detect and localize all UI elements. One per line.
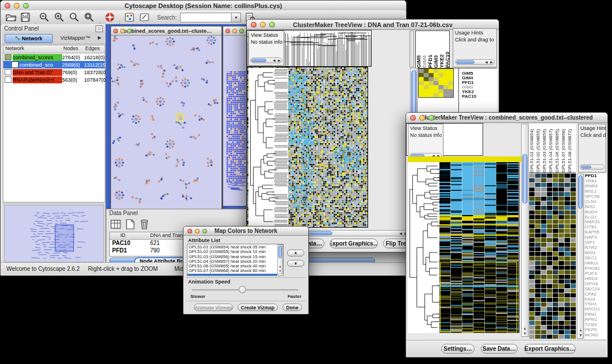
zoom-fit-icon[interactable] (83, 12, 95, 23)
create-vizmap-button[interactable]: Create Vizmap (238, 304, 278, 311)
dialog-titlebar[interactable]: Map Colors to Network (183, 227, 308, 236)
gene-label[interactable]: PFD1 (585, 174, 606, 179)
gene-label[interactable]: PEP5 (585, 328, 606, 333)
zoom-button[interactable] (239, 29, 244, 33)
zoom-heatmap-canvas[interactable] (419, 69, 453, 97)
attribute-list-item[interactable]: GPL51-03 (GSM856) heat shock 15 min (188, 255, 277, 259)
tab-vizmapper[interactable]: VizMapper™ (55, 34, 96, 42)
open-file-icon[interactable] (5, 12, 17, 23)
zoom-vscrollbar[interactable]: ▲▼ (577, 174, 584, 339)
move-up-button[interactable]: ∧ (287, 250, 304, 256)
attribute-list[interactable]: GPL51-01 (GSM854) heat shock 05 minGPL51… (187, 244, 284, 276)
attribute-list-vscrollbar[interactable]: ▲ ▼ (277, 244, 283, 274)
minimize-button[interactable] (419, 115, 425, 121)
gene-label[interactable]: MSL1 (585, 189, 606, 194)
overview-canvas[interactable] (5, 205, 102, 260)
gene-label[interactable]: YRA1 (585, 179, 606, 184)
minimize-button[interactable] (14, 3, 20, 9)
row-dendrogram-canvas[interactable] (248, 68, 288, 228)
attribute-list-item[interactable]: GPL51-04 (GSM857) heat shock 20 min (188, 259, 277, 264)
global-heatmap-canvas[interactable] (439, 162, 519, 333)
column-label[interactable]: GPL51-07 (GSM868) (561, 124, 567, 173)
zoom-button[interactable] (429, 115, 434, 121)
zoom-button[interactable] (23, 3, 29, 9)
export-graphics-button[interactable]: Export Graphics… (524, 344, 576, 354)
attribute-list-selected-row[interactable] (188, 274, 277, 275)
float-panel-icon[interactable]: ◱ (95, 25, 103, 32)
close-button[interactable] (188, 229, 192, 233)
close-button[interactable] (251, 22, 257, 28)
gene-label[interactable]: GPI16 (585, 282, 606, 287)
animation-speed-slider-thumb[interactable] (239, 286, 246, 293)
gene-label[interactable]: PAN1 (585, 312, 606, 317)
move-down-button[interactable]: ∨ (287, 260, 304, 267)
close-button[interactable] (5, 3, 10, 9)
minimize-button[interactable] (120, 29, 125, 33)
gene-label[interactable]: MSI1 (585, 251, 606, 256)
new-attribute-icon[interactable] (124, 219, 136, 230)
delete-attribute-trash-icon[interactable] (139, 218, 150, 231)
gene-label[interactable]: HRD3 (585, 277, 606, 282)
gene-label[interactable]: FIG4 (585, 297, 606, 302)
vizmap-preview-icon[interactable] (124, 12, 135, 23)
annotation-icon[interactable] (139, 12, 150, 23)
column-label[interactable]: YKE2 (439, 31, 445, 68)
gene-label[interactable]: YSH1 (585, 302, 606, 307)
zoom-in-icon[interactable] (53, 12, 65, 23)
gene-label[interactable]: TCB3 (585, 323, 606, 328)
save-session-icon[interactable] (20, 12, 31, 23)
gene-label[interactable]: KAP95 (585, 230, 606, 235)
gene-label[interactable]: PAC10 (462, 94, 476, 99)
overview-divider[interactable] (3, 202, 104, 204)
gene-label[interactable]: MAK31 (585, 220, 606, 225)
cytoscape-titlebar[interactable]: Cytoscape Desktop (Session Name: collins… (1, 1, 406, 11)
gene-label[interactable]: HAP3 (585, 235, 606, 240)
done-button[interactable]: Done (282, 304, 302, 311)
attribute-list-item[interactable]: GPL51-07 (GSM868) heat shock 60 min (188, 269, 277, 273)
close-button[interactable] (113, 29, 118, 33)
attribute-list-item[interactable]: GPL51-01 (GSM854) heat shock 05 min (188, 245, 277, 250)
global-vscrollbar[interactable]: ▲▼ (521, 124, 529, 337)
settings-button[interactable]: Settings… (441, 344, 475, 354)
minimize-button[interactable] (195, 229, 200, 233)
gene-label[interactable]: NTR2 (585, 246, 606, 251)
gene-label[interactable]: RPO21 (585, 307, 606, 312)
zoom-button[interactable] (269, 22, 275, 28)
tab-network[interactable]: Network (5, 34, 53, 43)
column-label[interactable]: GPL51-01 (GSM854) (529, 124, 536, 173)
help-lifesaver-icon[interactable] (104, 12, 116, 23)
attribute-table-icon[interactable] (110, 219, 121, 230)
column-label[interactable]: PFD1 (427, 31, 433, 68)
row-dendrogram[interactable] (408, 162, 439, 333)
gene-label[interactable]: SEC1 (585, 256, 606, 261)
column-label[interactable]: GPL51-03 (GSM856) (542, 124, 548, 173)
zoom-out-icon[interactable] (39, 12, 50, 23)
gene-label[interactable]: MON2 (585, 333, 606, 338)
gene-label[interactable]: ELG1 (585, 215, 606, 220)
gene-label[interactable]: NIS1 (585, 205, 606, 210)
column-label[interactable]: GPL51-02 (GSM855) (536, 124, 542, 173)
attribute-list-item[interactable]: GPL51-06 (GSM865) heat shock 40 min (188, 264, 277, 269)
treeview2-titlebar[interactable]: ClusterMaker TreeView : combined_scores_… (406, 113, 607, 123)
gene-label[interactable]: GTB1 (585, 225, 606, 230)
column-label[interactable]: GPL51-08 (GSM872) (567, 124, 573, 173)
close-button[interactable] (225, 29, 230, 33)
zoom-heatmap[interactable] (529, 174, 576, 339)
network-list-row[interactable]: DNA and Tran 07769(0)183728(0) (3, 68, 105, 76)
column-label[interactable]: PAC10 (445, 31, 450, 68)
row-dendrogram[interactable] (248, 68, 288, 228)
network-list-row[interactable]: combined_sco2569(6)13112(15) (3, 61, 105, 68)
gene-label[interactable]: RNR4 (585, 184, 606, 189)
close-button[interactable] (410, 115, 416, 121)
gene-label[interactable]: PHO81 (585, 266, 606, 271)
tab-overflow-arrow[interactable]: ▶ (98, 34, 105, 42)
zoom-heatmap[interactable] (418, 68, 454, 98)
gene-label[interactable]: PUF3 (585, 271, 606, 277)
search-dropdown-button[interactable]: ▼ (231, 13, 241, 22)
save-data-button[interactable]: Save Data… (481, 344, 518, 354)
gene-label[interactable]: SPC98 (585, 194, 606, 200)
gene-label[interactable]: HMG1 (585, 261, 606, 266)
network-canvas[interactable] (111, 36, 220, 209)
zoom-button[interactable] (202, 229, 207, 233)
zoom-button[interactable] (127, 29, 132, 33)
